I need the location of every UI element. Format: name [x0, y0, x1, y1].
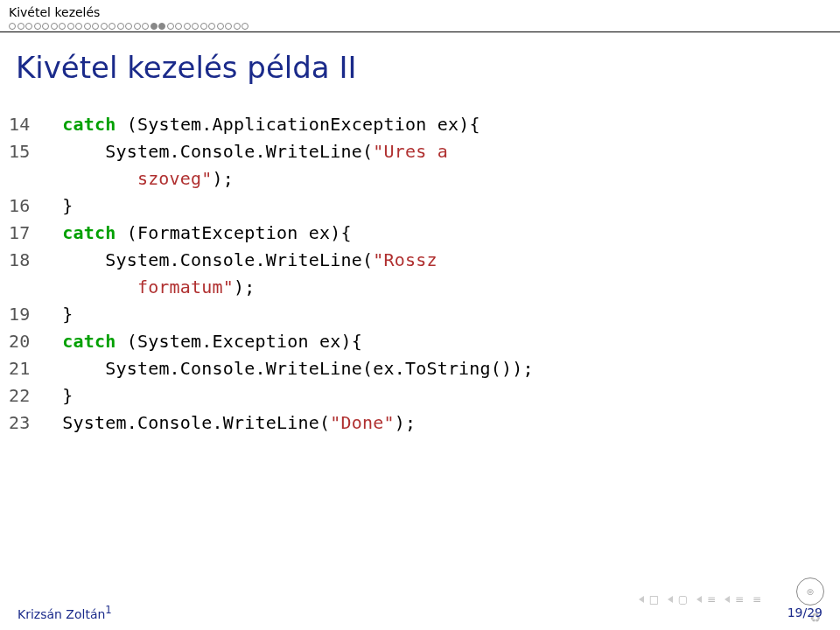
progress-dot[interactable] [200, 23, 207, 30]
progress-dot[interactable] [125, 23, 132, 30]
page-number: 19/29 [788, 606, 822, 620]
progress-dot[interactable] [34, 23, 41, 30]
progress-dot[interactable] [84, 23, 91, 30]
progress-dot[interactable] [208, 23, 215, 30]
progress-dot[interactable] [192, 23, 199, 30]
progress-dot[interactable] [175, 23, 182, 30]
progress-dot[interactable] [51, 23, 58, 30]
progress-dot[interactable] [217, 23, 224, 30]
author-sup: 1 [105, 604, 111, 616]
progress-dot[interactable] [150, 23, 158, 30]
top-bar: Kivétel kezelés [0, 0, 840, 30]
progress-dot[interactable] [9, 23, 16, 30]
progress-dot[interactable] [242, 23, 248, 30]
progress-dot[interactable] [75, 23, 82, 30]
progress-dot[interactable] [92, 23, 99, 30]
progress-dot[interactable] [101, 23, 108, 30]
author-name: Krizsán Zoltán [18, 607, 105, 621]
slide: Kivétel kezelés Kivétel kezelés példa II… [0, 0, 840, 630]
progress-dot[interactable] [42, 23, 49, 30]
progress-dot[interactable] [142, 23, 149, 30]
progress-dot[interactable] [18, 23, 24, 30]
divider [0, 32, 840, 32]
progress-dot[interactable] [184, 23, 191, 30]
progress-dot[interactable] [25, 23, 32, 30]
footer: Krizsán Zoltán1 19/29 [0, 604, 840, 625]
progress-dot[interactable] [59, 23, 66, 30]
progress-dot[interactable] [67, 23, 74, 30]
section-label: Kivétel kezelés [9, 5, 831, 19]
progress-dot[interactable] [225, 23, 232, 30]
institution-logo-icon: ◎ [796, 578, 824, 606]
progress-dot[interactable] [134, 23, 141, 30]
progress-dots [9, 23, 831, 30]
code-block: 14 catch (System.ApplicationException ex… [0, 102, 840, 445]
footer-author: Krizsán Zoltán1 [18, 604, 112, 621]
progress-dot[interactable] [117, 23, 124, 30]
progress-dot[interactable] [234, 23, 241, 30]
progress-dot[interactable] [167, 23, 174, 30]
progress-dot[interactable] [108, 23, 116, 30]
progress-dot[interactable] [158, 23, 165, 30]
page-title: Kivétel kezelés példa II [0, 39, 840, 102]
